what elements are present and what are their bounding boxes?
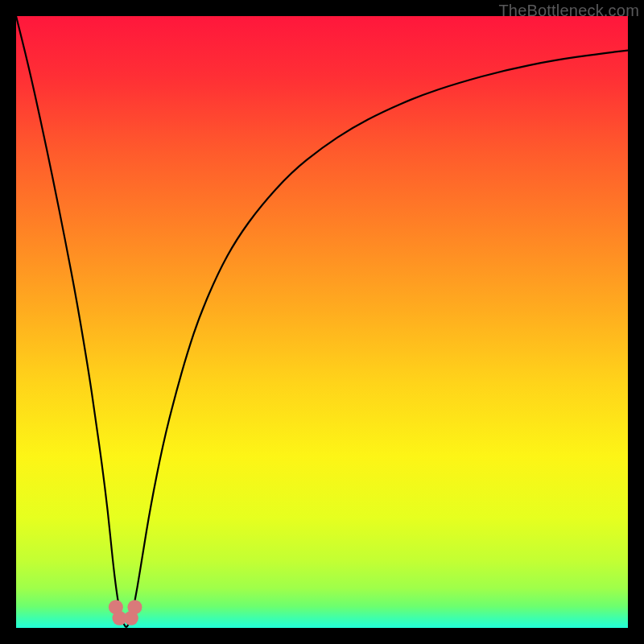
bottleneck-chart: [16, 16, 628, 628]
chart-frame: TheBottleneck.com: [0, 0, 644, 644]
gradient-background: [16, 16, 628, 628]
marker-dot: [127, 600, 142, 614]
watermark-text: TheBottleneck.com: [498, 2, 639, 20]
